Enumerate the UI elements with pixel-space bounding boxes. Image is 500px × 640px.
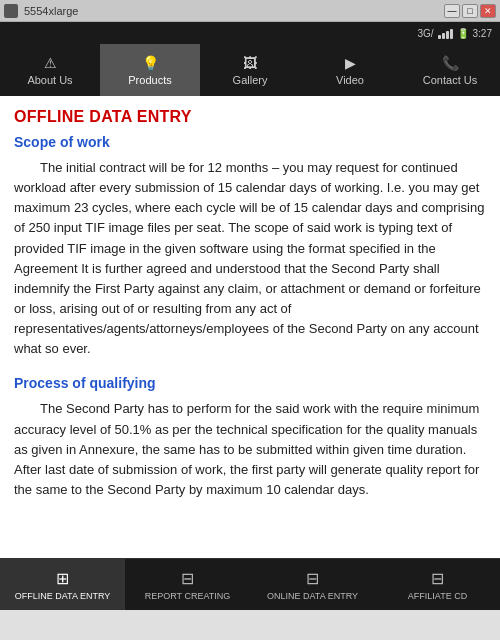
nav-products-label: Products bbox=[128, 74, 171, 86]
contact-icon: 📞 bbox=[442, 55, 459, 71]
battery-icon: 🔋 bbox=[457, 28, 469, 39]
nav-video-label: Video bbox=[336, 74, 364, 86]
nav-gallery-label: Gallery bbox=[233, 74, 268, 86]
report-icon: ⊟ bbox=[181, 569, 194, 588]
video-icon: ▶ bbox=[345, 55, 356, 71]
online-icon: ⊟ bbox=[306, 569, 319, 588]
products-icon: 💡 bbox=[142, 55, 159, 71]
close-button[interactable]: ✕ bbox=[480, 4, 496, 18]
title-bar-title: 5554xlarge bbox=[24, 5, 78, 17]
title-bar-controls[interactable]: — □ ✕ bbox=[444, 4, 496, 18]
section-scope-body: The initial contract will be for 12 mont… bbox=[14, 158, 486, 359]
time-display: 3:27 bbox=[473, 28, 492, 39]
nav-about-us[interactable]: ⚠ About Us bbox=[0, 44, 100, 96]
signal-bars-icon bbox=[438, 27, 453, 39]
nav-gallery[interactable]: 🖼 Gallery bbox=[200, 44, 300, 96]
bottom-report-label: REPORT CREATING bbox=[145, 591, 231, 601]
app-icon bbox=[4, 4, 18, 18]
nav-contact-us-label: Contact Us bbox=[423, 74, 477, 86]
page-title: OFFLINE DATA ENTRY bbox=[14, 108, 486, 126]
maximize-button[interactable]: □ bbox=[462, 4, 478, 18]
status-icons: 3G/ 🔋 3:27 bbox=[417, 27, 492, 39]
title-bar: 5554xlarge — □ ✕ bbox=[0, 0, 500, 22]
bottom-online-data-entry[interactable]: ⊟ ONLINE DATA ENTRY bbox=[250, 559, 375, 610]
about-us-icon: ⚠ bbox=[44, 55, 57, 71]
section-scope-title: Scope of work bbox=[14, 134, 486, 150]
nav-products[interactable]: 💡 Products bbox=[100, 44, 200, 96]
nav-about-us-label: About Us bbox=[27, 74, 72, 86]
nav-contact-us[interactable]: 📞 Contact Us bbox=[400, 44, 500, 96]
content-area: OFFLINE DATA ENTRY Scope of work The ini… bbox=[0, 96, 500, 558]
nav-bar: ⚠ About Us 💡 Products 🖼 Gallery ▶ Video … bbox=[0, 44, 500, 96]
section-process-body: The Second Party has to perform for the … bbox=[14, 399, 486, 500]
nav-video[interactable]: ▶ Video bbox=[300, 44, 400, 96]
offline-icon: ⊞ bbox=[56, 569, 69, 588]
section-process-title: Process of qualifying bbox=[14, 375, 486, 391]
title-bar-left: 5554xlarge bbox=[4, 4, 78, 18]
bottom-offline-label: OFFLINE DATA ENTRY bbox=[15, 591, 111, 601]
affiliate-icon: ⊟ bbox=[431, 569, 444, 588]
bottom-report-creating[interactable]: ⊟ REPORT CREATING bbox=[125, 559, 250, 610]
bottom-affiliate-label: AFFILIATE CD bbox=[408, 591, 467, 601]
gallery-icon: 🖼 bbox=[243, 55, 257, 71]
minimize-button[interactable]: — bbox=[444, 4, 460, 18]
bottom-offline-data-entry[interactable]: ⊞ OFFLINE DATA ENTRY bbox=[0, 559, 125, 610]
bottom-online-label: ONLINE DATA ENTRY bbox=[267, 591, 358, 601]
status-bar: 3G/ 🔋 3:27 bbox=[0, 22, 500, 44]
bottom-bar: ⊞ OFFLINE DATA ENTRY ⊟ REPORT CREATING ⊟… bbox=[0, 558, 500, 610]
signal-text: 3G/ bbox=[417, 28, 433, 39]
bottom-affiliate-cd[interactable]: ⊟ AFFILIATE CD bbox=[375, 559, 500, 610]
